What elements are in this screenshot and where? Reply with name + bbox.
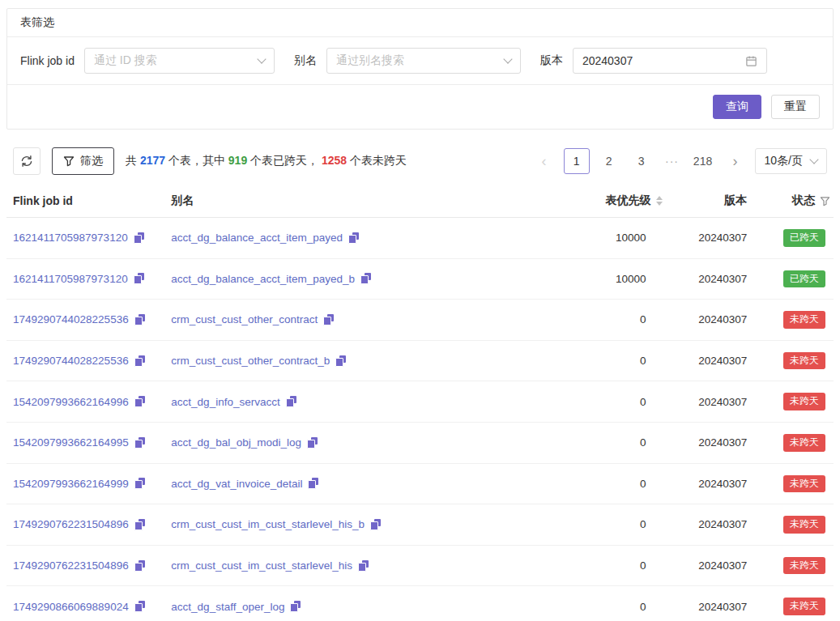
job-id-link[interactable]: 1542097993662164995 — [13, 436, 129, 449]
page-button-1[interactable]: 1 — [564, 148, 590, 174]
version-value: 20240307 — [667, 504, 753, 546]
copy-icon[interactable] — [335, 355, 346, 367]
version-date-input[interactable]: 20240307 — [573, 48, 767, 74]
filter-toggle-button[interactable]: 筛选 — [52, 147, 114, 175]
priority-value: 10000 — [530, 218, 667, 259]
alias-link[interactable]: acct_dg_vat_invoice_detail — [171, 478, 302, 490]
tables-table: Flink job id 别名 表优先级 版本 状态 — [6, 185, 834, 621]
table-row: 1621411705987973120 acct_dg_balance_acct… — [6, 258, 834, 300]
priority-value: 0 — [530, 463, 667, 504]
copy-icon[interactable] — [286, 396, 296, 407]
next-page-button[interactable]: › — [723, 148, 748, 174]
alias-link[interactable]: acct_dg_balance_acct_item_payed — [171, 232, 343, 244]
refresh-icon — [20, 155, 33, 168]
status-badge: 未跨天 — [783, 516, 825, 534]
col-header-priority: 表优先级 — [530, 185, 667, 218]
copy-icon[interactable] — [307, 437, 318, 449]
copy-icon[interactable] — [323, 314, 334, 325]
page-button-3[interactable]: 3 — [629, 148, 655, 174]
copy-icon[interactable] — [360, 273, 371, 284]
job-id-link[interactable]: 1621411705987973120 — [13, 273, 128, 285]
job-id-link[interactable]: 1621411705987973120 — [13, 232, 128, 244]
status-badge: 未跨天 — [783, 475, 825, 493]
page-button-2[interactable]: 2 — [596, 148, 622, 174]
copy-icon[interactable] — [134, 232, 144, 244]
job-id-link[interactable]: 1749290744028225536 — [13, 355, 129, 367]
job-id-select-placeholder: 通过 ID 搜索 — [94, 53, 157, 68]
table-row: 1542097993662164996 acct_dg_info_servacc… — [6, 381, 834, 423]
job-id-link[interactable]: 1749290866069889024 — [13, 601, 129, 613]
copy-icon[interactable] — [134, 355, 145, 367]
summary-seg1: 个表，其中 — [165, 154, 228, 167]
col-header-status: 状态 — [752, 185, 834, 218]
copy-icon[interactable] — [134, 314, 145, 325]
copy-icon[interactable] — [134, 519, 145, 530]
alias-link[interactable]: acct_dg_balance_acct_item_payed_b — [171, 273, 355, 285]
refresh-button[interactable] — [13, 147, 41, 175]
copy-icon[interactable] — [290, 601, 301, 612]
table-row: 1749290744028225536 crm_cust_cust_other_… — [6, 300, 834, 341]
table-row: 1749290762231504896 crm_cust_cust_im_cus… — [6, 504, 834, 546]
alias-link[interactable]: crm_cust_cust_other_contract_b — [171, 355, 330, 367]
copy-icon[interactable] — [134, 437, 145, 449]
status-badge: 未跨天 — [783, 352, 825, 370]
page-size-select[interactable]: 10条/页 — [755, 148, 827, 174]
filter-panel-title: 表筛选 — [7, 9, 833, 37]
alias-link[interactable]: crm_cust_cust_im_cust_starlevel_his — [171, 559, 352, 572]
filter-button-label: 筛选 — [80, 154, 103, 168]
priority-value: 0 — [530, 586, 667, 621]
job-id-link[interactable]: 1542097993662164999 — [13, 478, 129, 490]
reset-button[interactable]: 重置 — [771, 95, 820, 119]
copy-icon[interactable] — [134, 560, 145, 572]
alias-link[interactable]: acct_dg_info_servacct — [171, 396, 279, 408]
alias-link[interactable]: crm_cust_cust_im_cust_starlevel_his_b — [171, 518, 365, 530]
query-button[interactable]: 查询 — [713, 95, 761, 119]
priority-value: 0 — [530, 422, 667, 463]
copy-icon[interactable] — [134, 396, 145, 407]
table-row: 1749290762231504896 crm_cust_cust_im_cus… — [6, 545, 834, 586]
table-toolbar: 筛选 共 2177 个表，其中 919 个表已跨天， 1258 个表未跨天 ‹ … — [6, 147, 834, 175]
priority-header-label: 表优先级 — [606, 194, 651, 208]
job-id-select[interactable]: 通过 ID 搜索 — [84, 48, 275, 74]
copy-icon[interactable] — [134, 478, 145, 489]
priority-value: 0 — [530, 504, 667, 546]
copy-icon[interactable] — [348, 232, 359, 244]
col-header-job-id: Flink job id — [6, 185, 166, 218]
alias-select-placeholder: 通过别名搜索 — [336, 53, 404, 68]
job-id-link[interactable]: 1749290762231504896 — [13, 518, 129, 530]
version-label: 版本 — [540, 53, 563, 68]
copy-icon[interactable] — [134, 273, 144, 284]
status-header-label: 状态 — [792, 194, 815, 208]
status-badge: 已跨天 — [783, 229, 825, 247]
sort-icon[interactable] — [656, 196, 663, 206]
job-id-link[interactable]: 1542097993662164996 — [13, 396, 129, 408]
alias-field: 别名 通过别名搜索 — [294, 48, 521, 74]
copy-icon[interactable] — [134, 601, 145, 612]
version-value: 20240307 — [667, 258, 753, 300]
page-ellipsis[interactable]: ··· — [661, 148, 684, 174]
calendar-icon — [745, 55, 757, 67]
prev-page-button[interactable]: ‹ — [531, 148, 557, 174]
alias-link[interactable]: crm_cust_cust_other_contract — [171, 313, 318, 325]
table-row: 1621411705987973120 acct_dg_balance_acct… — [6, 218, 834, 259]
job-id-link[interactable]: 1749290744028225536 — [13, 313, 129, 325]
funnel-icon — [63, 155, 75, 167]
summary-text: 共 2177 个表，其中 919 个表已跨天， 1258 个表未跨天 — [126, 154, 407, 168]
alias-select[interactable]: 通过别名搜索 — [326, 48, 521, 74]
version-value: 20240307 — [667, 340, 753, 381]
job-id-link[interactable]: 1749290762231504896 — [13, 559, 129, 572]
version-value: 20240307 — [667, 586, 753, 621]
col-header-version: 版本 — [667, 185, 753, 218]
copy-icon[interactable] — [358, 560, 369, 572]
column-filter-icon[interactable] — [820, 196, 830, 206]
alias-link[interactable]: acct_dg_staff_oper_log — [171, 601, 284, 613]
status-badge: 未跨天 — [783, 598, 825, 615]
version-date-value: 20240307 — [582, 54, 633, 67]
page-button-last[interactable]: 218 — [690, 148, 716, 174]
alias-link[interactable]: acct_dg_bal_obj_modi_log — [171, 436, 301, 449]
total-count: 2177 — [140, 154, 165, 167]
page-size-value: 10条/页 — [765, 154, 803, 168]
priority-value: 10000 — [530, 258, 667, 300]
copy-icon[interactable] — [370, 519, 381, 530]
copy-icon[interactable] — [308, 478, 318, 489]
